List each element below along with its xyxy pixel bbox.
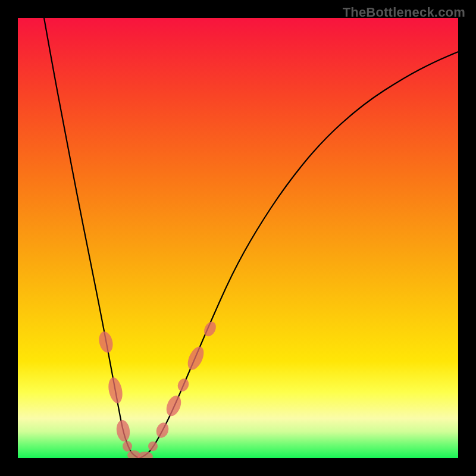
data-marker [184, 344, 207, 372]
data-marker [164, 393, 184, 418]
data-marker [176, 377, 191, 393]
data-marker [154, 421, 171, 439]
left-curve [44, 18, 140, 458]
curve-svg [18, 18, 458, 458]
data-marker [123, 441, 132, 452]
data-marker [115, 419, 131, 443]
dots-group [97, 320, 218, 458]
data-marker [148, 441, 158, 451]
plot-area [18, 18, 458, 458]
data-marker [137, 452, 153, 458]
data-marker [107, 376, 125, 405]
watermark-text: TheBottleneck.com [343, 5, 465, 20]
right-curve [140, 52, 458, 458]
data-marker [97, 330, 115, 354]
